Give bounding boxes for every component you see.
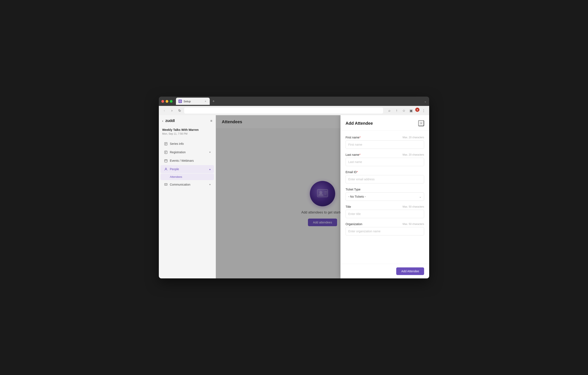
series-info-icon: [164, 142, 168, 146]
tab-bar: Setup × +: [176, 98, 422, 105]
ticket-type-label-row: Ticket Type: [346, 188, 424, 191]
sidebar-item-communication[interactable]: Communication ▾: [160, 180, 214, 188]
last-name-label: Last name*: [346, 153, 360, 156]
organization-group: Organization Max. 50 characters: [346, 222, 424, 235]
sidebar-item-events-webinars[interactable]: Events / Webinars: [160, 157, 214, 165]
first-name-label: First name*: [346, 136, 361, 139]
minimize-traffic-light[interactable]: [166, 100, 168, 103]
main-area: Attendees Add attendees to get started A…: [216, 115, 429, 278]
email-id-label: Email ID*: [346, 170, 358, 174]
sidebar-item-people[interactable]: People ▴: [160, 165, 214, 173]
last-name-input[interactable]: [346, 158, 424, 166]
people-chevron-icon: ▴: [209, 168, 210, 171]
sidebar-nav: Series info Registration ▾: [159, 140, 216, 189]
title-label: Title: [346, 205, 351, 209]
attendees-label: Attendees: [170, 175, 182, 178]
last-name-required: *: [359, 153, 360, 156]
address-bar[interactable]: [184, 108, 383, 113]
organization-label-row: Organization Max. 50 characters: [346, 222, 424, 226]
active-tab[interactable]: Setup ×: [176, 98, 210, 105]
title-input[interactable]: [346, 210, 424, 218]
event-name: Weekly Talks With Warren: [162, 128, 212, 132]
new-tab-button[interactable]: +: [210, 98, 217, 104]
communication-label: Communication: [170, 183, 207, 186]
series-info-label: Series info: [170, 142, 210, 145]
title-max: Max. 50 characters: [403, 205, 424, 208]
ticket-type-select-wrapper: - No Tickets - ⌄: [346, 192, 424, 201]
ticket-type-group: Ticket Type - No Tickets - ⌄: [346, 188, 424, 201]
sidebar-header: ‹ zuddl ≡: [159, 119, 216, 126]
sidebar: ‹ zuddl ≡ Weekly Talks With Warren Mon, …: [159, 115, 216, 278]
panel-body: First name* Max. 20 characters Last name…: [340, 131, 429, 264]
panel-close-button[interactable]: ×: [418, 120, 424, 126]
add-attendee-submit-button[interactable]: Add Attendee: [396, 267, 424, 275]
title-label-row: Title Max. 50 characters: [346, 205, 424, 209]
hamburger-icon[interactable]: ≡: [210, 119, 212, 123]
communication-icon: [164, 183, 168, 187]
svg-rect-10: [165, 160, 167, 162]
tab-close-button[interactable]: ×: [204, 99, 207, 103]
svg-point-1: [180, 101, 181, 102]
tab-chevron-icon[interactable]: ⌄: [424, 99, 427, 103]
last-name-group: Last name* Max. 20 characters: [346, 153, 424, 166]
first-name-group: First name* Max. 20 characters: [346, 136, 424, 149]
email-id-group: Email ID*: [346, 170, 424, 184]
title-bar: Setup × + ⌄: [159, 97, 429, 106]
sidebar-item-registration[interactable]: Registration ▾: [160, 148, 214, 156]
ticket-type-select[interactable]: - No Tickets -: [346, 192, 424, 201]
svg-rect-15: [165, 184, 167, 185]
maximize-traffic-light[interactable]: [170, 100, 173, 103]
nav-bar: ‹ › ↻ ⌕ ↑ ☆ ▣ ● ⋮: [159, 106, 429, 115]
email-required: *: [357, 170, 358, 174]
organization-input[interactable]: [346, 227, 424, 235]
ticket-type-label: Ticket Type: [346, 188, 360, 191]
back-button[interactable]: ‹: [161, 108, 167, 113]
last-name-label-row: Last name* Max. 20 characters: [346, 153, 424, 156]
people-label: People: [170, 167, 207, 171]
reader-view-icon[interactable]: ▣: [408, 108, 414, 113]
first-name-label-row: First name* Max. 20 characters: [346, 136, 424, 139]
traffic-lights: [161, 100, 173, 103]
organization-label: Organization: [346, 222, 362, 226]
registration-icon: [164, 150, 168, 154]
event-date: Mon, Sep 11, 7:56 PM: [162, 132, 212, 135]
logo-text: zuddl: [165, 119, 175, 123]
last-name-max: Max. 20 characters: [403, 153, 424, 156]
first-name-input[interactable]: [346, 140, 424, 149]
close-traffic-light[interactable]: [161, 100, 164, 103]
add-attendee-panel: Add Attendee × First name* Max. 20 chara…: [340, 115, 429, 278]
event-info: Weekly Talks With Warren Mon, Sep 11, 7:…: [159, 126, 216, 140]
forward-button[interactable]: ›: [169, 108, 175, 113]
events-webinars-label: Events / Webinars: [170, 159, 210, 162]
reload-button[interactable]: ↻: [177, 108, 182, 113]
bookmark-icon[interactable]: ☆: [401, 108, 407, 113]
registration-chevron-icon: ▾: [209, 151, 210, 154]
title-group: Title Max. 50 characters: [346, 205, 424, 218]
people-icon: [164, 167, 168, 171]
communication-chevron-icon: ▾: [209, 183, 210, 186]
nav-actions: ⌕ ↑ ☆ ▣ ● ⋮: [387, 108, 427, 113]
organization-max: Max. 50 characters: [403, 223, 424, 226]
email-id-label-row: Email ID*: [346, 170, 424, 174]
search-icon[interactable]: ⌕: [387, 108, 392, 113]
registration-label: Registration: [170, 151, 207, 154]
panel-header: Add Attendee ×: [340, 115, 429, 131]
first-name-required: *: [359, 136, 360, 139]
tab-favicon: [178, 99, 182, 103]
svg-point-14: [165, 168, 167, 169]
email-input[interactable]: [346, 175, 424, 184]
sidebar-back-icon[interactable]: ‹: [162, 119, 163, 123]
first-name-max: Max. 20 characters: [403, 136, 424, 139]
events-webinars-icon: [164, 159, 168, 163]
profile-icon[interactable]: ●: [415, 108, 420, 112]
more-options-icon[interactable]: ⋮: [421, 108, 427, 113]
share-icon[interactable]: ↑: [394, 108, 399, 113]
sidebar-item-series-info[interactable]: Series info: [160, 140, 214, 148]
sidebar-subitem-attendees[interactable]: Attendees: [160, 174, 214, 180]
panel-title: Add Attendee: [346, 121, 373, 126]
tab-label: Setup: [184, 100, 191, 103]
sidebar-logo[interactable]: ‹ zuddl: [162, 119, 175, 123]
content-area: ‹ zuddl ≡ Weekly Talks With Warren Mon, …: [159, 115, 429, 278]
panel-footer: Add Attendee: [340, 264, 429, 278]
browser-window: Setup × + ⌄ ‹ › ↻ ⌕ ↑ ☆ ▣ ● ⋮ ‹ zuddl: [159, 97, 429, 278]
